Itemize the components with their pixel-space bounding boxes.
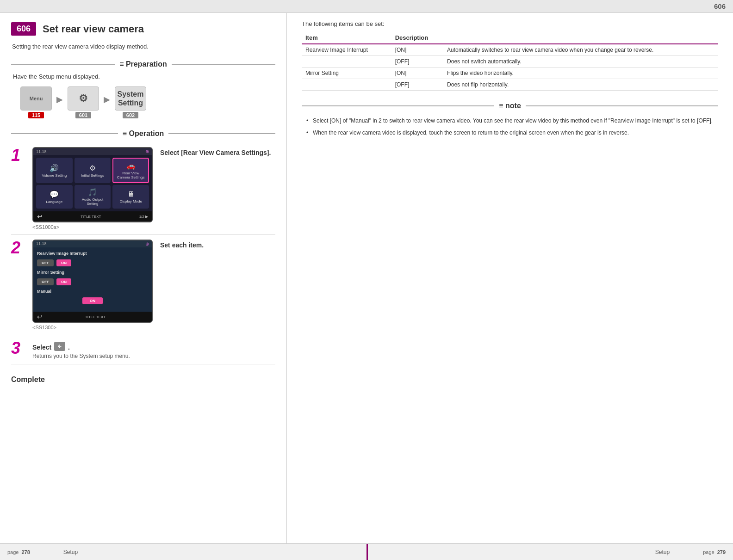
language-icon: 💬	[50, 190, 59, 199]
screen-footer-text-1: TITLE TEXT	[81, 215, 101, 219]
page-subtitle: Setting the rear view camera video displ…	[12, 43, 275, 50]
grid-cell-display: 🖥 Display Mode	[112, 185, 149, 209]
screen2-time: 11:18	[36, 241, 47, 246]
operation-header: ≡ Operation	[11, 129, 275, 138]
left-column: 606 Set rear view camera Setting the rea…	[0, 13, 287, 554]
menu-icon-3: SystemSetting 602	[115, 86, 146, 118]
grid-label-initial: Initial Settings	[81, 173, 104, 178]
menu-box-3: SystemSetting	[115, 86, 146, 111]
footer-right-page-num: 279	[717, 549, 726, 555]
prep-line-left	[11, 64, 115, 65]
step-1-title: Select [Rear View Camera Settings].	[160, 149, 275, 156]
screen-back-1[interactable]: ↩	[37, 213, 43, 220]
step-1-image: 11:18 ⊕ 🔊 Volume Setting ⚙ Ini	[32, 147, 153, 230]
menu-box-1: Menu	[20, 86, 52, 111]
settings-table: Item Description Rearview Image Interrup…	[302, 32, 718, 91]
menu-icon-sym-3: SystemSetting	[118, 90, 144, 107]
note-item-1: Select [ON] of "Manual" in 2 to switch t…	[306, 115, 718, 127]
screen-mock-1: 11:18 ⊕ 🔊 Volume Setting ⚙ Ini	[32, 147, 153, 222]
step-3-subtitle: Returns you to the System setup menu.	[32, 353, 275, 359]
item-rearview-empty	[302, 56, 391, 68]
screen-page-1: 1/2 ▶	[139, 215, 148, 219]
screen-mock-2: 11:18 ⊕ Rearview Image Interrupt OFF ON …	[32, 240, 153, 323]
page-title: Set rear view camera	[43, 23, 144, 35]
mirror-on-btn[interactable]: ON	[56, 278, 71, 285]
step-2: 2 11:18 ⊕ Rearview Image Interrupt	[11, 235, 275, 335]
step-3-select-label: Select	[32, 344, 51, 351]
screen2-header: 11:18 ⊕	[33, 240, 152, 247]
screen2-manual-label: Manual	[37, 289, 148, 294]
mirror-off-btn[interactable]: OFF	[37, 278, 54, 285]
menu-icon-1: Menu 115	[20, 86, 52, 118]
top-bar: 606	[0, 0, 733, 13]
footer-left-page-num: 278	[21, 549, 30, 555]
rearview-icon: 🚗	[126, 161, 136, 170]
op-title: ≡ Operation	[118, 129, 168, 138]
footer-right: Setup page 279	[139, 549, 733, 555]
menu-badge-1: 115	[28, 112, 44, 118]
screen2-mirror-label: Mirror Setting	[37, 270, 148, 275]
grid-cell-language: 💬 Language	[36, 185, 73, 209]
step-3-title: Select .	[32, 342, 275, 351]
grid-label-audio: Audio Output Setting	[76, 197, 109, 206]
arrow-2: ▶	[104, 94, 110, 111]
screen2-row-3: ON	[37, 297, 148, 304]
screen2-footer-text: TITLE TEXT	[85, 315, 106, 319]
option-rearview-off: [OFF]	[391, 56, 443, 68]
screen-time-1: 11:18	[36, 149, 47, 154]
grid-cell-initial: ⚙ Initial Settings	[75, 158, 111, 183]
step-1-caption: <SS1000a>	[32, 224, 153, 230]
step-2-title: Set each item.	[160, 241, 275, 249]
prep-text: Have the Setup menu displayed.	[13, 73, 275, 80]
col-description: Description	[391, 32, 443, 44]
step-2-caption: <SS1300>	[32, 325, 153, 330]
step-2-desc: Set each item.	[160, 240, 275, 251]
desc-mirror-on: Flips the video horizontally.	[443, 68, 718, 79]
note-line-left	[302, 105, 494, 106]
arrow-1: ▶	[56, 94, 63, 111]
table-header-row: Item Description	[302, 32, 718, 44]
step-3-desc: Select . Returns you to the System setup…	[32, 340, 275, 359]
step-2-content: 11:18 ⊕ Rearview Image Interrupt OFF ON …	[32, 240, 275, 330]
footer-left: page 278 Setup	[0, 549, 139, 555]
note-title: ≡ note	[494, 102, 526, 110]
step-1-desc: Select [Rear View Camera Settings].	[160, 147, 275, 158]
rearview-off-btn[interactable]: OFF	[37, 259, 54, 266]
footer-right-section: Setup	[655, 549, 670, 555]
option-rearview-on: [ON]	[391, 44, 443, 56]
screen2-row-2: OFF ON	[37, 278, 148, 285]
manual-on-btn[interactable]: ON	[82, 297, 103, 304]
menu-icon-label-1: Menu	[30, 96, 43, 101]
screen-footer-1: ↩ TITLE TEXT 1/2 ▶	[33, 211, 152, 222]
bottom-bar: page 278 Setup Setup page 279	[0, 543, 733, 560]
complete-label: Complete	[11, 375, 45, 383]
step-3-period: .	[68, 344, 70, 351]
step-2-image: 11:18 ⊕ Rearview Image Interrupt OFF ON …	[32, 240, 153, 330]
grid-label-language: Language	[46, 200, 63, 204]
menu-icons-row: Menu 115 ▶ ⚙ 601 ▶ SystemSetting 602	[20, 86, 275, 118]
table-row-mirror-off: [OFF] Does not flip horizontally.	[302, 79, 718, 91]
option-mirror-off: [OFF]	[391, 79, 443, 91]
item-mirror: Mirror Setting	[302, 68, 391, 79]
screen2-title-text: Rearview Image Interrupt	[37, 251, 148, 256]
top-page-number: 606	[714, 2, 726, 10]
op-line-right	[168, 133, 275, 134]
screen2-back-btn[interactable]: ↩	[37, 313, 43, 320]
col-item: Item	[302, 32, 391, 44]
footer-right-page-label: page	[703, 549, 714, 555]
op-line-left	[11, 133, 118, 134]
initial-icon: ⚙	[89, 164, 96, 172]
step-number-1: 1	[11, 147, 28, 164]
grid-cell-rearview[interactable]: 🚗 Rear View Camera Settings	[112, 158, 149, 183]
footer-divider	[366, 544, 368, 560]
step-1-content: 11:18 ⊕ 🔊 Volume Setting ⚙ Ini	[32, 147, 275, 230]
prep-line-right	[172, 64, 275, 65]
item-mirror-empty	[302, 79, 391, 91]
step-3-content: Select . Returns you to the System setup…	[32, 340, 275, 359]
back-icon-button[interactable]	[54, 342, 65, 351]
menu-icon-2: ⚙ 601	[68, 86, 99, 118]
rearview-on-btn[interactable]: ON	[56, 259, 71, 266]
grid-cell-audio: 🎵 Audio Output Setting	[75, 185, 111, 209]
note-line-right	[526, 105, 718, 106]
step-1: 1 11:18 ⊕ 🔊 Volume Sett	[11, 142, 275, 235]
